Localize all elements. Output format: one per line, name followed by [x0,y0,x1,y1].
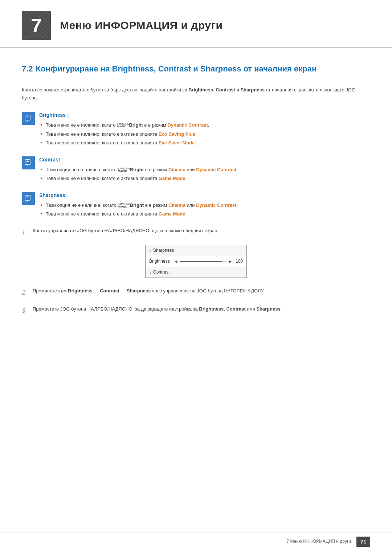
step2-contrast: Contrast [100,288,119,294]
brightness-bullet-1: Това меню не е налично, когато SAMSUNGMA… [39,122,370,129]
ui-demo-arrow-right: ▶ [229,259,232,264]
contrast-colon: : [60,157,64,163]
dynamic-contrast-1: Dynamic Contrast [167,122,208,128]
step-2: 2 Преминете към Brightness → Contrast → … [22,287,370,298]
cinema-2: Cinema [168,202,185,208]
cinema-1: Cinema [168,167,185,172]
svg-rect-6 [25,195,30,200]
step3-contrast: Contrast [226,306,245,312]
brightness-title: Brightness : [39,111,370,119]
ui-demo-container: ∧ Sharpness Brightness ◀ ▶ 100 [22,245,370,278]
sharpness-title: Sharpness: [39,191,370,199]
intro-bold-contrast: Contrast [216,87,235,93]
svg-rect-3 [25,160,30,165]
page: 7 Меню ИНФОРМАЦИЯ и други 7.2Конфигурира… [0,0,392,554]
ui-demo-brightness-value: 100 [234,258,243,265]
game-mode-2: Game Mode [159,211,185,217]
ui-demo-slider-fill [180,261,222,262]
step-2-number: 2 [22,287,33,298]
step-1: 1 Когато управлявате JOG бутона НАЛЯВО/Н… [22,227,370,238]
ui-demo-arrow-left: ◀ [175,259,177,264]
dynamic-contrast-3: Dynamic Contrast [196,202,236,208]
contrast-label: Contrast [39,157,60,163]
section-number: 7.2 [22,64,33,73]
contrast-section: Contrast : Тази опция не е налична, кога… [22,156,370,184]
step-3-content: Преместете JOG бутона НАЛЯВО/НАДЯСНО, за… [33,305,370,313]
ui-demo-arrow-down: ∨ [149,270,152,275]
contrast-title: Contrast : [39,156,370,164]
eye-saver-mode: Eye Saver Mode [159,140,195,145]
game-mode-1: Game Mode [159,176,185,181]
step2-brightness: Brightness [68,288,93,294]
chapter-number-box: 7 [22,11,51,40]
brightness-bullets: Това меню не е налично, когато SAMSUNGMA… [39,122,370,147]
contrast-bullet-1: Тази опция не е налична, когато SAMSUNGM… [39,166,370,174]
page-header: 7 Меню ИНФОРМАЦИЯ и други [0,0,392,48]
dynamic-contrast-2: Dynamic Contrast [196,167,236,172]
contrast-icon-box [22,156,35,169]
step2-sharpness: Sharpness [127,288,151,294]
ui-demo-row-brightness: Brightness ◀ ▶ 100 [146,256,246,267]
samsung-magic-logo-1: SAMSUNGMAGIC [117,123,129,128]
step3-brightness: Brightness [199,306,224,312]
ui-demo-brightness-label: Brightness [149,258,175,265]
ui-demo-box: ∧ Sharpness Brightness ◀ ▶ 100 [145,245,247,278]
bright-term-1: Bright [129,122,143,128]
ui-demo-arrow-up: ∧ [149,248,152,254]
brightness-icon-box [22,112,35,125]
footer-text: 7 Меню ИНФОРМАЦИЯ и други [286,538,351,545]
contrast-bullets: Тази опция не е налична, когато SAMSUNGM… [39,166,370,183]
page-title: Меню ИНФОРМАЦИЯ и други [60,17,222,34]
section-title: Конфигуриране на Brightness, Contrast и … [36,64,317,73]
ui-demo-row-sharpness: ∧ Sharpness [146,245,246,256]
intro-bold-sharpness: Sharpness [240,87,264,93]
sharpness-bullet-1: Тази опция не е налична, когато SAMSUNGM… [39,202,370,209]
step-3: 3 Преместете JOG бутона НАЛЯВО/НАДЯСНО, … [22,305,370,316]
sharpness-colon: : [65,192,67,198]
samsung-magic-logo-3: SAMSUNGMAGIC [118,203,130,208]
sharpness-content: Sharpness: Тази опция не е налична, кога… [39,191,370,219]
main-content: 7.2Конфигуриране на Brightness, Contrast… [0,62,392,345]
sharpness-bullet-2: Това меню не е налично, когато е активна… [39,210,370,218]
page-footer: 7 Меню ИНФОРМАЦИЯ и други 71 [0,533,392,547]
brightness-content: Brightness : Това меню не е налично, ког… [39,111,370,148]
brightness-section: Brightness : Това меню не е налично, ког… [22,111,370,148]
brightness-bullet-2: Това меню не е налично, когато е активна… [39,131,370,138]
intro-bold-brightness: Brightness [188,87,213,93]
brightness-icon [24,114,32,122]
sharpness-bullets: Тази опция не е налична, когато SAMSUNGM… [39,202,370,218]
ui-demo-sharpness-label: Sharpness [153,247,179,254]
chapter-number: 7 [31,10,42,41]
bright-term-2: Bright [130,167,144,172]
step-1-content: Когато управлявате JOG бутона НАЛЯВО/НАД… [33,227,370,235]
step-1-number: 1 [22,227,33,238]
contrast-icon [24,159,32,167]
sharpness-section: Sharpness: Тази опция не е налична, кога… [22,191,370,219]
svg-rect-0 [25,115,30,120]
sharpness-icon [24,194,32,202]
sharpness-icon-box [22,192,35,205]
ui-demo-slider-track [180,261,227,262]
bright-term-3: Bright [130,202,144,208]
eco-saving-plus: Eco Saving Plus [159,131,195,137]
ui-demo-row-contrast: ∨ Contrast [146,267,246,278]
brightness-label: Brightness [39,112,66,118]
contrast-content: Contrast : Тази опция не е налична, кога… [39,156,370,184]
footer-page-number: 71 [356,537,370,547]
samsung-magic-logo-2: SAMSUNGMAGIC [118,167,130,173]
sharpness-label: Sharpness [39,192,65,198]
step-3-number: 3 [22,305,33,316]
ui-demo-contrast-label: Contrast [153,269,179,276]
ui-demo-slider-area: ◀ ▶ [175,259,232,264]
step-2-content: Преминете към Brightness → Contrast → Sh… [33,287,370,295]
brightness-bullet-3: Това меню не е налично, когато е активна… [39,139,370,147]
step3-sharpness: Sharpness [256,306,280,312]
brightness-colon: : [66,112,69,118]
section-heading-block: 7.2Конфигуриране на Brightness, Contrast… [22,62,370,75]
contrast-bullet-2: Това меню не е налично, когато е активна… [39,175,370,182]
intro-paragraph: Когато се покаже страницата с бутон за б… [22,86,370,102]
